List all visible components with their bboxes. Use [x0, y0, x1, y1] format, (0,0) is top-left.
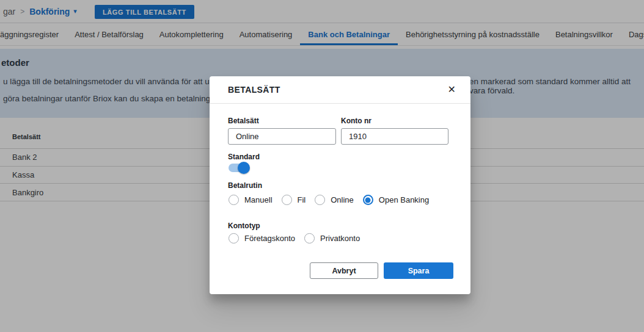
radio-option-label: Privatkonto — [320, 234, 360, 243]
radio-option-online[interactable]: Online — [315, 195, 354, 205]
radio-option-fil[interactable]: Fil — [282, 195, 306, 205]
cancel-button[interactable]: Avbryt — [310, 262, 378, 279]
radio-option-foretagskonto[interactable]: Företagskonto — [229, 233, 295, 244]
radio-option-open-banking[interactable]: Open Banking — [363, 195, 429, 205]
close-icon[interactable]: ✕ — [448, 85, 456, 95]
radio-icon[interactable] — [363, 195, 373, 205]
toggle-knob — [238, 162, 250, 174]
radio-option-privatkonto[interactable]: Privatkonto — [304, 233, 360, 244]
radio-icon[interactable] — [282, 195, 292, 205]
standard-label: Standard — [228, 153, 260, 161]
save-button[interactable]: Spara — [384, 262, 453, 279]
dialog-footer: Avbryt Spara — [210, 262, 470, 279]
betalsatt-dialog: BETALSÄTT ✕ Betalsätt Konto nr Standard … — [210, 76, 470, 294]
radio-option-label: Manuell — [244, 195, 273, 204]
radio-option-label: Open Banking — [379, 195, 429, 204]
betalsatt-input[interactable] — [228, 128, 336, 145]
radio-icon[interactable] — [315, 195, 325, 205]
radio-icon[interactable] — [229, 195, 239, 205]
betalrutin-radio-group: Manuell Fil Online Open Banking — [229, 195, 438, 205]
radio-option-label: Företagskonto — [244, 234, 295, 243]
dialog-header: BETALSÄTT ✕ — [210, 76, 470, 104]
kontotyp-label: Kontotyp — [228, 222, 260, 230]
radio-option-manuell[interactable]: Manuell — [229, 195, 273, 205]
standard-toggle[interactable] — [229, 164, 249, 172]
radio-option-label: Online — [331, 195, 354, 204]
konto-nr-input[interactable] — [341, 128, 448, 145]
radio-icon[interactable] — [304, 233, 315, 244]
radio-option-label: Fil — [298, 195, 306, 204]
dialog-title: BETALSÄTT — [228, 85, 280, 95]
betalsatt-field-label: Betalsätt — [228, 117, 259, 125]
betalrutin-label: Betalrutin — [228, 181, 262, 190]
kontotyp-radio-group: Företagskonto Privatkonto — [229, 233, 369, 244]
konto-nr-field-label: Konto nr — [341, 117, 371, 125]
radio-icon[interactable] — [229, 233, 239, 244]
